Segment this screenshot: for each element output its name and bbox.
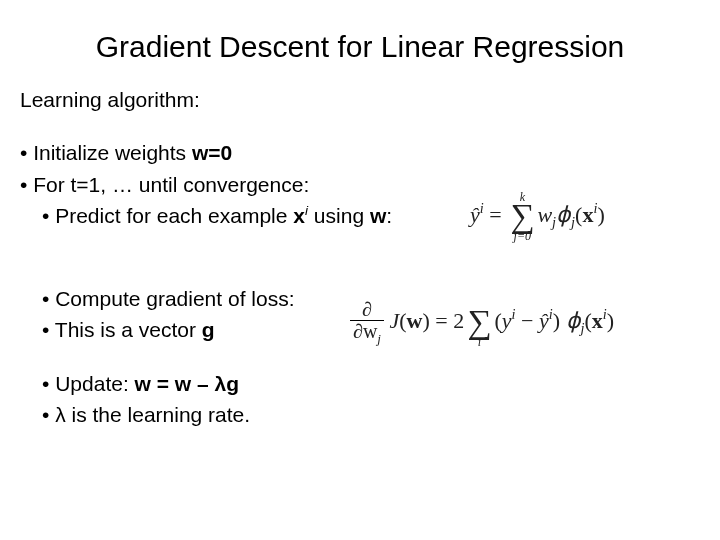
equals: = [484,202,507,227]
sub-j: j [377,331,381,346]
lparen: ( [585,308,592,333]
lparen: ( [494,308,501,333]
bullet-learning-rate: • λ is the learning rate. [42,401,700,428]
rparen: ) [607,308,614,333]
var-phi: ϕ [566,308,581,333]
bullet-initialize: • Initialize weights w=0 [20,139,700,166]
text: • This is a vector [42,318,202,341]
var-x: x [592,308,603,333]
rparen: ) [597,202,604,227]
var-yhat: ŷ [470,202,480,227]
rparen: ) [553,308,566,333]
sum-lower: j=0 [510,231,534,241]
slide-title: Gradient Descent for Linear Regression [20,30,700,64]
text: • Initialize weights [20,141,192,164]
var-phi: ϕ [556,202,571,227]
minus: − [516,308,539,333]
rparen: ) [422,308,429,333]
bullet-update-rule: • Update: w = w – λg [42,370,700,397]
var-w: w [407,308,423,333]
var-y: y [502,308,512,333]
var-x: x [293,204,305,227]
numerator: ∂ [350,299,384,321]
slide: Gradient Descent for Linear Regression L… [0,0,720,540]
partial-fraction: ∂ ∂wj [350,299,384,346]
bullet-group-3: • Update: w = w – λg • λ is the learning… [20,370,700,429]
equals-2: = 2 [430,308,464,333]
var-w: w [537,202,552,227]
summation-icon: k∑j=0 [510,192,534,241]
text: • Update: [42,372,135,395]
var-J: J [389,308,399,333]
sigma-symbol: ∑ [467,308,491,337]
text-bold: w=0 [192,141,232,164]
text: : [386,204,392,227]
text: using [308,204,370,227]
text: • Predict for each example [42,204,293,227]
slide-body: Learning algorithm: • Initialize weights… [20,86,700,428]
var-g: g [202,318,215,341]
lparen: ( [399,308,406,333]
heading-learning-algorithm: Learning algorithm: [20,86,700,113]
summation-icon: ∑i [467,298,491,347]
update-expression: w = w – λg [135,372,239,395]
var-w: w [370,204,386,227]
dw: ∂w [353,320,377,342]
formula-gradient: ∂ ∂wj J(w) = 2 ∑i(yi − ŷi) ϕj(xi) [350,298,710,347]
var-x: x [582,202,593,227]
denominator: ∂wj [350,321,384,346]
var-yhat: ŷ [539,308,549,333]
sigma-symbol: ∑ [510,202,534,231]
formula-prediction: ŷi = k∑j=0wjϕj(xi) [470,192,700,241]
